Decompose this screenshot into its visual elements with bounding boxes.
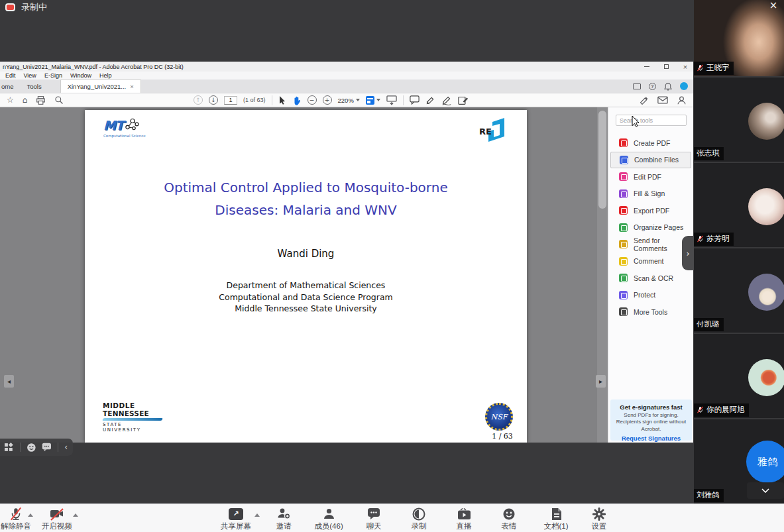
help-icon[interactable]: ? [649, 83, 656, 90]
search-tools-input[interactable] [616, 115, 687, 126]
vertical-scrollbar[interactable] [597, 107, 608, 443]
emoji-button[interactable]: 表情 [492, 506, 526, 532]
tab-tools[interactable]: Tools [20, 80, 48, 93]
participant-tile[interactable]: 你的晨阿旭 [694, 334, 784, 418]
members-icon [323, 507, 335, 520]
video-options-caret[interactable] [73, 513, 78, 517]
documents-button[interactable]: 文档(1) [537, 506, 575, 532]
participant-tile[interactable]: 付凯璐 [694, 248, 784, 333]
tool-label: Export PDF [634, 207, 669, 215]
minimize-button[interactable] [643, 63, 651, 71]
record-button[interactable]: 录制 [402, 506, 436, 532]
highlight-icon[interactable] [425, 95, 435, 105]
sidebar-collapse-handle[interactable]: › [682, 236, 694, 270]
zoom-level-dropdown[interactable]: 220% [338, 97, 360, 104]
tool-scan-ocr[interactable]: Scan & OCR [608, 270, 693, 287]
tab-document[interactable]: XinYang_Univ2021... × [60, 80, 141, 93]
participant-tile[interactable]: 雅鸽 刘雅鸽 [694, 419, 784, 504]
menu-help[interactable]: Help [99, 72, 112, 79]
restore-button[interactable] [662, 63, 670, 71]
participant-tile[interactable]: 张志琪 [694, 78, 784, 162]
bell-icon[interactable] [664, 82, 672, 91]
mail-icon[interactable] [657, 96, 668, 104]
hand-tool-icon[interactable] [292, 95, 302, 105]
close-button[interactable]: × [681, 63, 689, 71]
share-screen-button[interactable]: ↗ 共享屏幕 [216, 506, 256, 532]
minimize-icon [644, 66, 649, 67]
tool-protect[interactable]: Protect [608, 287, 693, 304]
participant-name: 刘雅鸽 [697, 490, 720, 500]
live-stream-button[interactable]: 直播 [447, 506, 481, 532]
collapse-left-icon[interactable]: ‹ [64, 443, 68, 452]
tools-list: Create PDF Combine Files Edit PDF Fill &… [608, 134, 693, 321]
screen-share-icon[interactable] [633, 83, 641, 89]
eraser-pen-icon[interactable] [639, 95, 649, 105]
chat-button[interactable]: 聊天 [357, 506, 391, 532]
request-signatures-link[interactable]: Request Signatures [610, 435, 692, 442]
settings-gear-icon [592, 507, 606, 521]
scrolling-mode-icon[interactable] [386, 95, 397, 105]
stamp-icon[interactable] [458, 95, 469, 105]
layout-grid-icon[interactable] [4, 443, 14, 452]
tool-comment[interactable]: Comment [608, 253, 693, 270]
start-video-button[interactable]: 开启视频 [38, 506, 76, 532]
zoom-out-button[interactable]: − [308, 95, 317, 105]
tool-edit-pdf[interactable]: Edit PDF [608, 168, 693, 186]
menu-window[interactable]: Window [70, 72, 91, 79]
scrollbar-thumb[interactable] [598, 111, 606, 209]
esign-promo: Get e-signatures fast Send PDFs for sign… [610, 399, 692, 441]
muted-mic-icon [697, 406, 704, 413]
account-avatar[interactable] [680, 82, 688, 90]
invite-button[interactable]: 邀请 [266, 506, 301, 532]
participant-tile[interactable]: 王晓宇 [694, 0, 784, 76]
audio-options-caret[interactable] [28, 513, 33, 517]
search-icon[interactable] [54, 95, 64, 105]
emoji-face-icon [502, 507, 516, 521]
sidebar-close-button[interactable]: × [767, 0, 779, 10]
participant-nametag: 张志琪 [694, 147, 724, 160]
participant-name: 张志琪 [697, 148, 720, 158]
tool-fill-sign[interactable]: Fill & Sign [608, 186, 693, 203]
share-screen-label: 共享屏幕 [216, 521, 256, 531]
tool-send-for-comments[interactable]: Send for Comments [608, 236, 693, 253]
tool-create-pdf[interactable]: Create PDF [608, 134, 693, 152]
tool-more-tools[interactable]: More Tools [608, 303, 693, 321]
page-number-input[interactable]: 1 [224, 96, 237, 105]
previous-page-arrow[interactable]: ◂ [4, 375, 14, 388]
tool-label: Comment [634, 257, 664, 265]
emoji-icon[interactable] [27, 443, 36, 452]
comment-icon[interactable] [410, 95, 420, 105]
zoom-in-button[interactable]: + [323, 95, 332, 105]
menu-esign[interactable]: E-Sign [44, 72, 62, 79]
start-video-label: 开启视频 [38, 521, 76, 531]
tool-combine-files[interactable]: Combine Files [610, 152, 691, 169]
star-icon[interactable]: ☆ [7, 96, 14, 104]
tab-home[interactable]: ome [0, 80, 20, 93]
previous-page-button[interactable]: ↑ [194, 95, 203, 105]
share-options-caret[interactable] [254, 513, 260, 517]
members-button[interactable]: 成员(46) [308, 506, 350, 532]
next-page-button[interactable]: ↓ [209, 95, 218, 105]
promo-title: Get e-signatures fast [610, 403, 692, 411]
menu-view[interactable]: View [24, 72, 36, 79]
next-page-arrow[interactable]: ▸ [596, 375, 606, 388]
person-icon[interactable] [677, 95, 687, 105]
participant-nametag: 你的晨阿旭 [694, 403, 749, 417]
menu-edit[interactable]: Edit [5, 72, 16, 79]
sign-icon[interactable] [441, 95, 452, 105]
settings-button[interactable]: 设置 [582, 506, 616, 532]
recording-indicator: 录制中 [5, 1, 47, 13]
home-icon[interactable]: ⌂ [23, 96, 28, 104]
chat-bubble-icon[interactable] [42, 443, 52, 452]
tool-organize-pages[interactable]: Organize Pages [608, 219, 693, 237]
tool-export-pdf[interactable]: Export PDF [608, 202, 693, 219]
scroll-participants-down-button[interactable] [747, 482, 784, 499]
participant-name: 苏芳明 [706, 234, 730, 244]
tab-close-icon[interactable]: × [130, 83, 134, 90]
unmute-button[interactable]: 解除静音 [0, 506, 34, 532]
page-display-dropdown[interactable] [366, 96, 380, 105]
select-tool-icon[interactable] [278, 95, 286, 105]
print-icon[interactable] [36, 95, 46, 105]
participants-sidebar: 王晓宇 张志琪 苏芳明 付凯璐 你的晨阿旭 [694, 0, 784, 504]
participant-tile[interactable]: 苏芳明 [694, 163, 784, 247]
